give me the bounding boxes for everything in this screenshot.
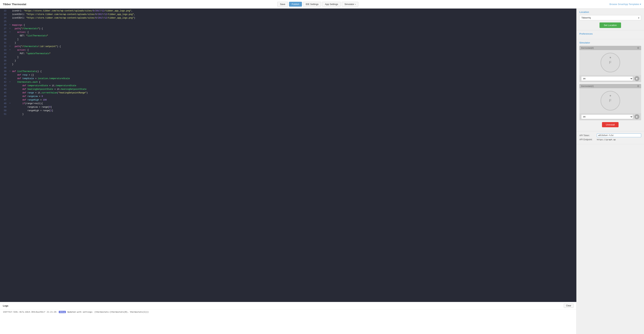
log-time: 21:21:20: xyxy=(47,311,57,313)
fold-arrow-icon[interactable]: ▾ xyxy=(8,70,12,73)
code-line: 25 xyxy=(0,20,576,24)
location-title: Location xyxy=(580,11,641,13)
log-entry: 150ff41f-928c-4b7a-b0e4-384c8aa39dcf 21:… xyxy=(3,311,574,313)
line-content: def listThermostats() { xyxy=(12,70,576,73)
line-number: 29 xyxy=(0,34,8,38)
sim-control-select-1[interactable]: onoff xyxy=(581,114,633,119)
fold-arrow-icon[interactable]: ▾ xyxy=(8,49,12,52)
code-line: 47 def rangeHigh = 100 xyxy=(0,98,576,102)
line-content: PUT: "updateThermostats" xyxy=(12,52,576,56)
code-line: 38 xyxy=(0,66,576,70)
app-title: Tibber Thermostat xyxy=(3,3,26,6)
line-number: 49 xyxy=(0,105,8,109)
fold-arrow-icon[interactable]: ▾ xyxy=(8,102,12,105)
line-content: def rangeHigh = 100 xyxy=(12,98,576,102)
fold-arrow-icon xyxy=(8,105,12,109)
line-content: } xyxy=(12,113,576,116)
fold-arrow-icon[interactable]: ▾ xyxy=(8,81,12,84)
code-editor[interactable]: 22iconUrl: "https://store.tibber.com/no/… xyxy=(0,9,576,302)
sim-controls-0: onoff ▶ xyxy=(580,75,641,82)
log-badge: debug xyxy=(59,311,66,313)
line-content: } xyxy=(12,59,576,63)
code-line: 24iconX3Url: "https://store.tibber.com/n… xyxy=(0,16,576,20)
line-content xyxy=(12,66,576,70)
line-content: action: [ xyxy=(12,31,576,34)
line-content xyxy=(12,20,576,24)
fold-arrow-icon[interactable]: ▾ xyxy=(8,31,12,34)
code-line: 33▾ action: [ xyxy=(0,49,576,52)
api-token-input[interactable] xyxy=(597,133,641,137)
publish-button[interactable]: Publish xyxy=(289,2,302,7)
fold-arrow-icon xyxy=(8,98,12,102)
code-line: 34 PUT: "updateThermostats" xyxy=(0,52,576,56)
simulator-title: Simulator xyxy=(580,41,641,44)
sim-temp-label-0: F xyxy=(609,60,612,65)
simulator-button[interactable]: Simulator › xyxy=(342,2,358,7)
uninstall-button[interactable]: Uninstall xyxy=(602,122,619,127)
simulator-card-1: thermostats[1] ⚙ F onoff ▶ xyxy=(580,84,641,120)
logs-panel: Logs Clear 150ff41f-928c-4b7a-b0e4-384c8… xyxy=(0,302,576,334)
fold-arrow-icon xyxy=(8,59,12,63)
save-button[interactable]: Save xyxy=(277,2,288,7)
set-location-button[interactable]: Set Location xyxy=(600,23,621,28)
code-line: 46 def rangeLow = 0 xyxy=(0,95,576,98)
location-select[interactable]: TibberHq xyxy=(580,15,641,20)
line-number: 22 xyxy=(0,9,8,13)
fold-arrow-icon[interactable]: ▾ xyxy=(8,27,12,31)
line-number: 23 xyxy=(0,13,8,16)
location-select-wrapper: TibberHq ▾ xyxy=(580,15,641,20)
sim-dial-0: F xyxy=(600,53,620,72)
line-content: action: [ xyxy=(12,49,576,52)
line-number: 27 xyxy=(0,27,8,31)
line-content: path("/thermostats") { xyxy=(12,27,576,31)
gear-icon-1[interactable]: ⚙ xyxy=(637,85,639,88)
line-number: 44 xyxy=(0,88,8,91)
clear-logs-button[interactable]: Clear xyxy=(564,303,574,308)
code-line: 51 } xyxy=(0,113,576,116)
line-number: 35 xyxy=(0,56,8,59)
sim-play-button-0[interactable]: ▶ xyxy=(634,76,639,81)
fold-arrow-icon xyxy=(8,63,12,66)
line-number: 46 xyxy=(0,95,8,98)
code-line: 32▾ path("/thermostats/:id/:setpoint") { xyxy=(0,45,576,49)
line-number: 34 xyxy=(0,52,8,56)
gear-icon-0[interactable]: ⚙ xyxy=(637,47,639,49)
fold-arrow-icon xyxy=(8,9,12,13)
line-number: 36 xyxy=(0,59,8,63)
fold-arrow-icon[interactable]: ▾ xyxy=(8,24,12,27)
line-number: 30 xyxy=(0,38,8,41)
top-bar: Tibber Thermostat Save Publish IDE Setti… xyxy=(0,0,644,9)
code-line: 48▾ if(range!=null){ xyxy=(0,102,576,105)
line-content: ] xyxy=(12,56,576,59)
code-line: 22iconUrl: "https://store.tibber.com/no/… xyxy=(0,9,576,13)
line-content: GET: "listThermostats" xyxy=(12,34,576,38)
sim-controls-1: onoff ▶ xyxy=(580,113,641,120)
fold-arrow-icon xyxy=(8,91,12,95)
sim-control-select-0[interactable]: onoff xyxy=(581,76,633,81)
ide-settings-button[interactable]: IDE Settings xyxy=(303,2,321,7)
fold-arrow-icon xyxy=(8,16,12,20)
fold-arrow-icon[interactable]: ▾ xyxy=(8,45,12,49)
fold-arrow-icon xyxy=(8,88,12,91)
sim-play-button-1[interactable]: ▶ xyxy=(634,114,639,119)
code-line: 40 def resp = [] xyxy=(0,73,576,77)
fold-arrow-icon xyxy=(8,95,12,98)
line-number: 37 xyxy=(0,63,8,66)
api-endpoint-row: API Endpoint: https://graph.ap xyxy=(580,138,641,141)
log-message: Updated with settings: [thermostats:[the… xyxy=(67,311,149,313)
logs-content: 150ff41f-928c-4b7a-b0e4-384c8aa39dcf 21:… xyxy=(0,309,576,334)
fold-arrow-icon xyxy=(8,34,12,38)
code-panel: 22iconUrl: "https://store.tibber.com/no/… xyxy=(0,9,576,334)
top-bar-left: Tibber Thermostat xyxy=(3,3,26,6)
fold-arrow-icon xyxy=(8,113,12,116)
sim-dial-dot-0 xyxy=(610,57,611,58)
browse-templates-link[interactable]: Browse SmartApp Templates ▾ xyxy=(610,3,641,6)
line-content: rangeLow = range[0] xyxy=(12,105,576,109)
location-section: Location TibberHq ▾ Set Location xyxy=(576,9,644,30)
line-content: } xyxy=(12,63,576,66)
app-settings-button[interactable]: App Settings xyxy=(322,2,341,7)
code-line: 30 ] xyxy=(0,38,576,41)
line-number: 50 xyxy=(0,109,8,113)
api-endpoint-label: API Endpoint: xyxy=(580,138,596,141)
code-line: 31 } xyxy=(0,41,576,45)
